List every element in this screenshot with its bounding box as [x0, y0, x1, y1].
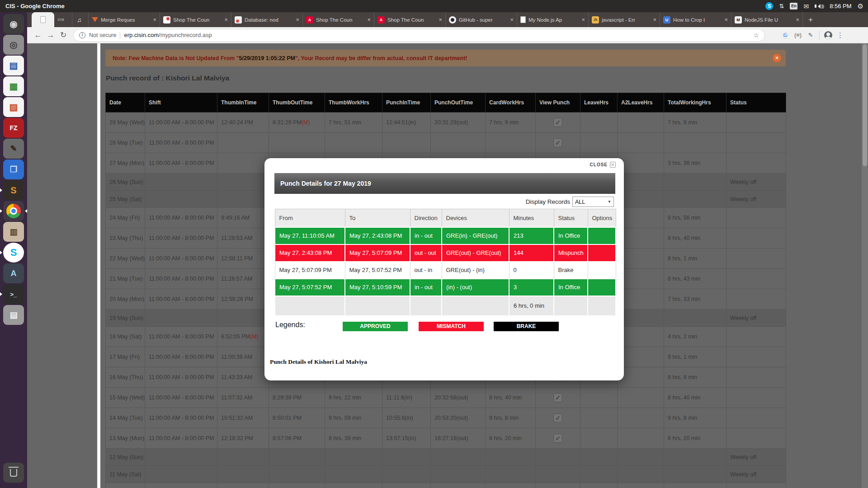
tab-close-icon[interactable]: ×	[653, 16, 656, 23]
cell-total: 8 hrs, 56 min	[664, 208, 726, 228]
tab-close-icon[interactable]: ×	[581, 16, 585, 23]
cell-a2-leave-hrs	[618, 367, 664, 388]
tab-close-icon[interactable]: ×	[724, 16, 728, 23]
tab-github-super[interactable]: GitHub - super×	[446, 12, 517, 27]
notice-close-button[interactable]: ✕	[773, 54, 781, 62]
forward-button[interactable]: →	[44, 31, 57, 40]
launcher-archive-tool[interactable]: ▥	[3, 222, 24, 242]
cell-total: 6 hrs, 20 min	[664, 428, 726, 449]
tab-database-nod[interactable]: Database: nod×	[231, 12, 303, 27]
omnibox[interactable]: i Not secure erp.cisin.com/mypunchrecord…	[73, 29, 765, 42]
tab-close-icon[interactable]: ×	[510, 16, 514, 23]
tab-close-icon[interactable]: ×	[367, 16, 371, 23]
col-thumbworkhrs: ThumbWorkHrs	[325, 93, 382, 113]
tab-cis[interactable]: CIS	[54, 12, 72, 27]
view-punch-checkbox[interactable]: ✓	[553, 393, 562, 402]
tab-javascript-err[interactable]: JSjavascript - Err×	[589, 12, 660, 27]
view-punch-checkbox[interactable]: ✓	[553, 413, 562, 422]
scrollbar-thumb[interactable]	[863, 44, 867, 166]
cell-thumb-work: 9 hrs, 59 min	[325, 408, 382, 428]
session-gear-icon[interactable]: ⚙	[858, 2, 863, 10]
bookmark-star-icon[interactable]: ☆	[753, 32, 759, 39]
launcher-screenshot-tool[interactable]: ◎	[3, 35, 24, 55]
tab-close-icon[interactable]: ×	[153, 16, 156, 23]
tab-how-to-crop-i[interactable]: UHow to Crop I×	[660, 12, 731, 27]
page-info-icon[interactable]: i	[79, 32, 85, 38]
tab-nodejs-file-u[interactable]: MNodeJS File U×	[731, 12, 803, 27]
cell-view-punch: ✓	[536, 428, 580, 449]
launcher-libreoffice-calc[interactable]: ▦	[3, 76, 24, 96]
tab-music-note[interactable]: ♫	[72, 12, 89, 27]
view-punch-checkbox[interactable]: ✓	[553, 118, 562, 127]
view-punch-checkbox[interactable]: ✓	[553, 138, 562, 147]
launcher-sublime-text[interactable]: S	[3, 180, 24, 200]
extension-braces-icon[interactable]: (≡)	[793, 32, 803, 38]
keyboard-layout-indicator[interactable]: En	[790, 3, 797, 9]
display-records-select[interactable]: ALL ▼	[572, 197, 614, 207]
cell-date: 21 May (Tue)	[106, 269, 145, 289]
tab-active[interactable]	[32, 12, 54, 27]
punch-details-modal: CLOSE ✕ Punch Details for 27 May 2019 Di…	[264, 158, 624, 380]
cell-total: 8 hrs, 40 min	[664, 228, 726, 249]
extension-translate-icon[interactable]: G	[780, 32, 790, 39]
document-favicon	[520, 16, 526, 23]
detail-cell-direction: in - out	[410, 279, 442, 296]
launcher-libreoffice-impress[interactable]: ▨	[3, 97, 24, 117]
cell-total: 8 hrs, 40 min	[664, 388, 726, 408]
browser-menu-icon[interactable]: ⋮	[837, 31, 844, 39]
launcher-libreoffice-writer[interactable]: ▤	[3, 56, 24, 75]
reload-button[interactable]: ↻	[57, 30, 70, 40]
tab-close-icon[interactable]: ×	[224, 16, 228, 23]
tab-merge-reques[interactable]: Merge Reques×	[89, 12, 160, 27]
tab-close-icon[interactable]: ×	[796, 16, 799, 23]
tab-shop-the-coun[interactable]: AShop The Coun×	[303, 12, 374, 27]
cell-thumb-out: 6:08:50 PM	[269, 483, 325, 488]
cell-a2-leave-hrs	[618, 269, 664, 289]
notice-text-suffix: ", Your Record may be differ from actual…	[295, 55, 467, 61]
detail-col-to: To	[345, 209, 410, 227]
cell-punch-out: 20:31:29(out)	[431, 113, 486, 133]
skype-tray-icon[interactable]: S	[765, 2, 773, 10]
back-button[interactable]: ←	[32, 31, 44, 40]
extension-pen-icon[interactable]: ✎	[806, 32, 816, 38]
tab-my-node-js-ap[interactable]: My Node.js Ap×	[517, 12, 589, 27]
launcher-filezilla[interactable]: FZ	[3, 118, 24, 138]
tab-shop-the-coun[interactable]: AShop The Coun×	[374, 12, 446, 27]
modal-close-button[interactable]: CLOSE ✕	[590, 162, 616, 168]
launcher-ide-app[interactable]: A	[3, 263, 24, 283]
profile-avatar[interactable]	[824, 31, 832, 39]
cell-total: 7 hrs, 15 min	[664, 483, 726, 488]
launcher-dash-home[interactable]: ◉	[3, 14, 24, 34]
cell-date: 24 May (Fri)	[106, 208, 145, 228]
notice-timestamp: 5/29/2019 1:05:22 PM	[239, 55, 295, 61]
page-scrollbar[interactable]	[862, 43, 868, 488]
volume-icon[interactable]: )))	[815, 4, 824, 9]
tab-title: Shop The Coun	[316, 17, 364, 23]
launcher-skype[interactable]: S	[3, 243, 24, 263]
cell-a2-leave-hrs	[618, 208, 664, 228]
mail-icon[interactable]: ✉	[803, 3, 809, 10]
cell-thumb-out: 8:29:39 PM	[269, 388, 325, 408]
launcher-trash[interactable]	[3, 463, 24, 483]
view-punch-checkbox[interactable]: ✓	[553, 434, 562, 443]
launcher-system-monitor[interactable]: ▤	[3, 305, 24, 325]
launcher-chrome[interactable]	[3, 201, 24, 221]
running-indicator	[0, 209, 4, 213]
tab-shop-the-coun[interactable]: Shop The Coun×	[160, 12, 231, 27]
cell-punch-in: 12:44:51(in)	[382, 113, 431, 133]
network-arrows-icon[interactable]: ⇅	[779, 3, 784, 9]
launcher-terminal[interactable]: >_	[3, 284, 24, 304]
new-tab-button[interactable]: +	[803, 15, 818, 24]
cell-thumb-in: 10:51:32 AM	[217, 408, 269, 428]
cell-status	[726, 428, 786, 449]
launcher-cube-3d-app[interactable]: ❒	[3, 160, 24, 179]
cell-thumb-in: 3:02:21 PM(M)	[217, 483, 269, 488]
tab-close-icon[interactable]: ×	[439, 16, 442, 23]
clock[interactable]: 8:56 PM	[830, 3, 851, 9]
cell-view-punch: ✓	[536, 483, 580, 488]
tab-close-icon[interactable]: ×	[296, 16, 299, 23]
cell-view-punch: ✓	[536, 408, 580, 428]
launcher-gimp[interactable]: ✎	[3, 139, 24, 159]
cell-a2-leave-hrs	[618, 327, 664, 347]
punch-detail-row: May 27, 2:43:08 PMMay 27, 5:07:09 PMout …	[275, 244, 616, 262]
